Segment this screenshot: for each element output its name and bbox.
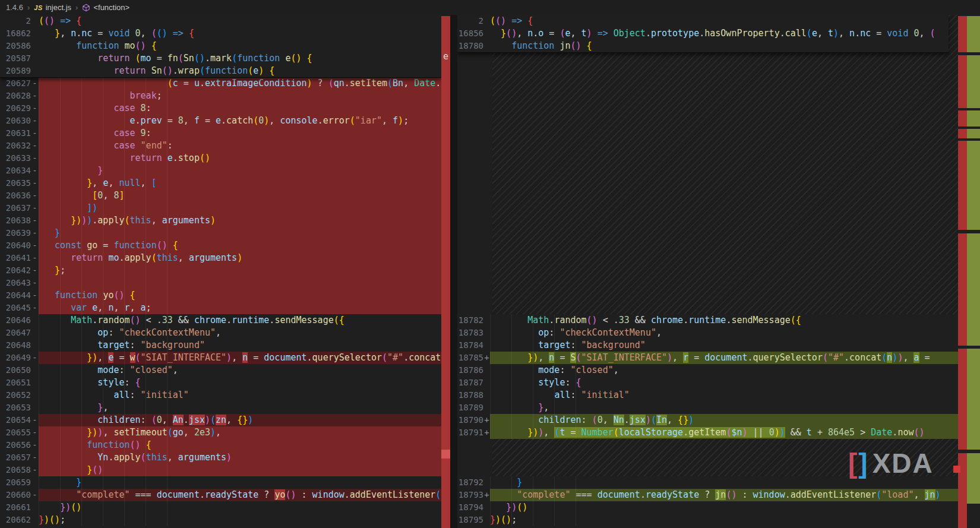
- line-number[interactable]: 20652: [0, 389, 31, 401]
- code-line[interactable]: 20662})();: [0, 514, 450, 526]
- code-line[interactable]: 16862 }, n.nc = void 0, (() => {: [0, 27, 450, 40]
- line-number[interactable]: 18782: [457, 314, 483, 327]
- code-line[interactable]: 20636- [0, 8]: [0, 189, 450, 202]
- line-number[interactable]: 20638: [0, 214, 31, 227]
- line-number[interactable]: 20632: [0, 140, 31, 152]
- code-line[interactable]: 20627- (c = u.extraImageCondition) ? (qn…: [0, 77, 450, 90]
- line-number[interactable]: 20659: [0, 476, 31, 489]
- line-number[interactable]: 20654: [0, 414, 31, 426]
- line-number[interactable]: 20631: [0, 127, 31, 140]
- code-line[interactable]: 16856 }(), n.o = (e, t) => Object.protot…: [457, 27, 958, 40]
- code-line[interactable]: 20651 style: {: [0, 377, 450, 389]
- line-number[interactable]: 16862: [0, 27, 31, 40]
- breadcrumb-file[interactable]: JS inject.js: [34, 3, 71, 12]
- code-line[interactable]: 20658- }(): [0, 464, 450, 476]
- code-line[interactable]: 18782 Math.random() < .33 && chrome.runt…: [457, 314, 958, 327]
- line-number[interactable]: 20641: [0, 252, 31, 264]
- line-number[interactable]: 18793: [457, 489, 483, 501]
- line-number[interactable]: 20653: [0, 401, 31, 414]
- line-number[interactable]: 20649: [0, 352, 31, 364]
- line-number[interactable]: 20635: [0, 177, 31, 189]
- line-number[interactable]: 20658: [0, 464, 31, 476]
- line-number[interactable]: 18783: [457, 327, 483, 339]
- code-line[interactable]: 20653 },: [0, 401, 450, 414]
- line-number[interactable]: 20639: [0, 227, 31, 239]
- line-number[interactable]: 20587: [0, 52, 31, 65]
- code-line[interactable]: 20645- var e, n, r, a;: [0, 302, 450, 314]
- line-number[interactable]: 20647: [0, 327, 31, 339]
- line-number[interactable]: 18794: [457, 501, 483, 514]
- code-line[interactable]: 20639- }: [0, 227, 450, 239]
- code-line[interactable]: 18793+ "complete" === document.readyStat…: [457, 489, 958, 501]
- code-line[interactable]: 20641- return mo.apply(this, arguments): [0, 252, 450, 264]
- line-number[interactable]: 18787: [457, 377, 483, 389]
- code-line[interactable]: 20647 op: "checkContextMenu",: [0, 327, 450, 339]
- line-number[interactable]: 18789: [457, 401, 483, 414]
- line-number[interactable]: 20637: [0, 202, 31, 214]
- code-line[interactable]: 18780 function jn() {: [457, 40, 958, 52]
- line-number[interactable]: 20642: [0, 264, 31, 277]
- code-line[interactable]: 20661 })(): [0, 501, 450, 514]
- overview-ruler[interactable]: e: [441, 16, 450, 528]
- code-line[interactable]: 2(() => {: [457, 15, 958, 27]
- code-line[interactable]: 18789 },: [457, 401, 958, 414]
- line-number[interactable]: 18788: [457, 389, 483, 401]
- code-line[interactable]: 20586 function mo() {: [0, 40, 450, 52]
- breadcrumb-symbol[interactable]: <function>: [82, 3, 129, 12]
- code-line[interactable]: 20637- ]): [0, 202, 450, 214]
- code-line[interactable]: 20640- const go = function() {: [0, 239, 450, 252]
- code-line[interactable]: 20656- function() {: [0, 439, 450, 451]
- line-number[interactable]: 20589: [0, 65, 31, 77]
- line-number[interactable]: 20648: [0, 339, 31, 352]
- overview-ruler-deleted[interactable]: [958, 0, 967, 528]
- line-number[interactable]: 20657: [0, 451, 31, 464]
- line-number[interactable]: 2: [0, 15, 31, 27]
- code-line[interactable]: 20589 return Sn().wrap(function(e) {: [0, 65, 450, 77]
- line-number[interactable]: 18792: [457, 476, 483, 489]
- code-line[interactable]: 18794 })(): [457, 501, 958, 514]
- line-number[interactable]: 18795: [457, 514, 483, 526]
- code-line[interactable]: 20630- e.prev = 8, f = e.catch(0), conso…: [0, 115, 450, 127]
- code-line[interactable]: 20649- }), e = w("SIAT_INTERFACE"), n = …: [0, 352, 450, 364]
- line-number[interactable]: 18791: [457, 426, 483, 439]
- code-line[interactable]: 20632- case "end":: [0, 140, 450, 152]
- line-number[interactable]: 18780: [457, 40, 483, 52]
- line-number[interactable]: 20643: [0, 277, 31, 289]
- line-number[interactable]: 18790: [457, 414, 483, 426]
- code-line[interactable]: 20643-: [0, 277, 450, 289]
- editor-sash[interactable]: [450, 15, 457, 528]
- code-line[interactable]: 20631- case 9:: [0, 127, 450, 140]
- code-line[interactable]: 20648 target: "background": [0, 339, 450, 352]
- code-line[interactable]: 20646 Math.random() < .33 && chrome.runt…: [0, 314, 450, 327]
- code-line[interactable]: 18785+ }), n = S("SIAT_INTERFACE"), r = …: [457, 352, 958, 364]
- code-line[interactable]: 20652 all: "initial": [0, 389, 450, 401]
- code-line[interactable]: 20634- }: [0, 165, 450, 177]
- line-number[interactable]: 20661: [0, 501, 31, 514]
- breadcrumb-version[interactable]: 1.4.6: [6, 3, 23, 12]
- code-line[interactable]: 18787 style: {: [457, 377, 958, 389]
- line-number[interactable]: 20651: [0, 377, 31, 389]
- line-number[interactable]: 18786: [457, 364, 483, 377]
- line-number[interactable]: 18785: [457, 352, 483, 364]
- code-line[interactable]: 20660- "complete" === document.readyStat…: [0, 489, 450, 501]
- line-number[interactable]: 20630: [0, 115, 31, 127]
- code-line[interactable]: 20659 }: [0, 476, 450, 489]
- code-line[interactable]: 18788 all: "initial": [457, 389, 958, 401]
- line-number[interactable]: 20655: [0, 426, 31, 439]
- line-number[interactable]: 20644: [0, 289, 31, 302]
- code-line[interactable]: 20629- case 8:: [0, 102, 450, 115]
- code-line[interactable]: 18786 mode: "closed",: [457, 364, 958, 377]
- line-number[interactable]: 20660: [0, 489, 31, 501]
- line-number[interactable]: 20629: [0, 102, 31, 115]
- line-number[interactable]: 20586: [0, 40, 31, 52]
- code-line[interactable]: 18795})();: [457, 514, 958, 526]
- line-number[interactable]: 20646: [0, 314, 31, 327]
- code-line[interactable]: 18783 op: "checkContextMenu",: [457, 327, 958, 339]
- code-line[interactable]: 20650 mode: "closed",: [0, 364, 450, 377]
- line-number[interactable]: 20656: [0, 439, 31, 451]
- code-line[interactable]: 20638- }))).apply(this, arguments): [0, 214, 450, 227]
- line-number[interactable]: 20662: [0, 514, 31, 526]
- code-line[interactable]: 20657- Yn.apply(this, arguments): [0, 451, 450, 464]
- code-line[interactable]: 18791+ })), (t = Number(localStorage.get…: [457, 426, 958, 439]
- line-number[interactable]: 20633: [0, 152, 31, 165]
